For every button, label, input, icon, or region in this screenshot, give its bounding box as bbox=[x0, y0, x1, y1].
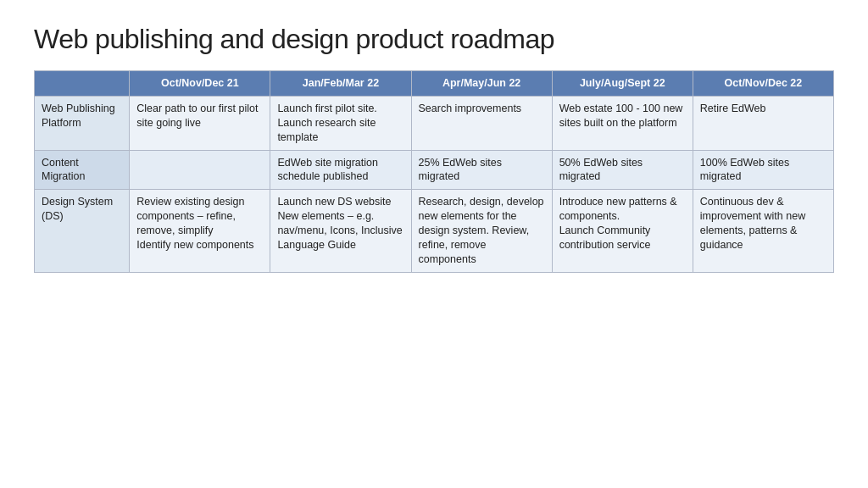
header-jul-sept-22: July/Aug/Sept 22 bbox=[552, 71, 693, 97]
header-jan-mar-22: Jan/Feb/Mar 22 bbox=[270, 71, 411, 97]
row-web-publishing-col2: Launch first pilot site. Launch research… bbox=[270, 96, 411, 150]
row-design-system-col3: Research, design, develop new elements f… bbox=[411, 190, 552, 272]
row-web-publishing-col4: Web estate 100 - 100 new sites built on … bbox=[552, 96, 693, 150]
row-label-content-migration: Content Migration bbox=[35, 150, 130, 190]
row-design-system-col4: Introduce new patterns & components. Lau… bbox=[552, 190, 693, 272]
page-title: Web publishing and design product roadma… bbox=[34, 24, 834, 55]
row-label-web-publishing: Web Publishing Platform bbox=[35, 96, 130, 150]
row-web-publishing-col3: Search improvements bbox=[411, 96, 552, 150]
row-design-system-col5: Continuous dev & improvement with new el… bbox=[693, 190, 833, 272]
row-design-system-col2: Launch new DS website New elements – e.g… bbox=[270, 190, 411, 272]
table-row: Design System (DS) Review existing desig… bbox=[35, 190, 834, 272]
row-content-migration-col1 bbox=[130, 150, 270, 190]
row-content-migration-col2: EdWeb site migration schedule published bbox=[270, 150, 411, 190]
header-oct-dec-22: Oct/Nov/Dec 22 bbox=[693, 71, 833, 97]
row-web-publishing-col5: Retire EdWeb bbox=[693, 96, 833, 150]
row-web-publishing-col1: Clear path to our first pilot site going… bbox=[130, 96, 270, 150]
header-oct-dec-21: Oct/Nov/Dec 21 bbox=[130, 71, 270, 97]
header-apr-jun-22: Apr/May/Jun 22 bbox=[411, 71, 552, 97]
header-label bbox=[35, 71, 130, 97]
roadmap-table: Oct/Nov/Dec 21 Jan/Feb/Mar 22 Apr/May/Ju… bbox=[34, 70, 834, 273]
row-content-migration-col4: 50% EdWeb sites migrated bbox=[552, 150, 693, 190]
row-design-system-col1: Review existing design components – refi… bbox=[130, 190, 270, 272]
row-content-migration-col3: 25% EdWeb sites migrated bbox=[411, 150, 552, 190]
table-row: Web Publishing Platform Clear path to ou… bbox=[35, 96, 834, 150]
table-row: Content Migration EdWeb site migration s… bbox=[35, 150, 834, 190]
row-content-migration-col5: 100% EdWeb sites migrated bbox=[693, 150, 833, 190]
row-label-design-system: Design System (DS) bbox=[35, 190, 130, 272]
